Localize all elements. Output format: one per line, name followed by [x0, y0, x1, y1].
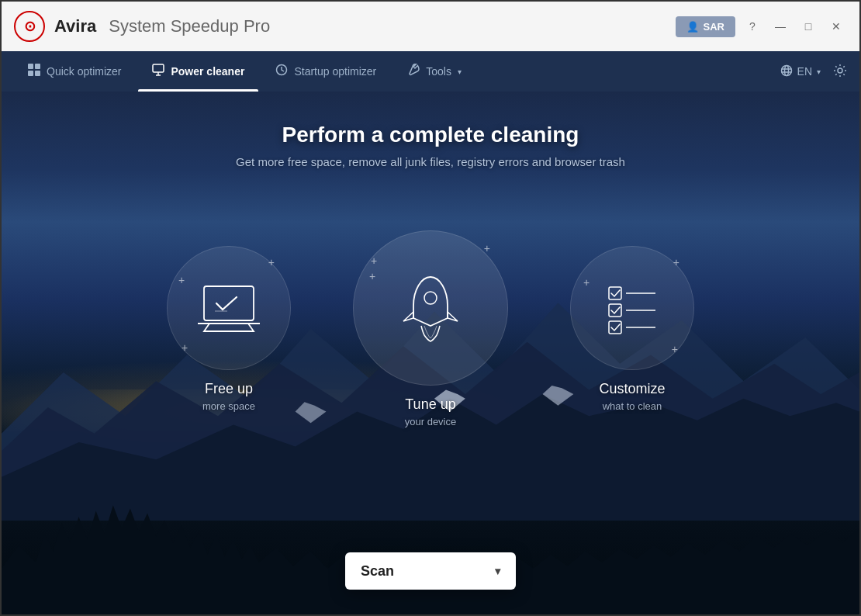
clock-icon: [275, 64, 288, 79]
quick-optimizer-label: Quick optimizer: [47, 65, 121, 78]
nav-right: EN ▾: [780, 51, 847, 92]
laptop-check-icon: [198, 283, 260, 334]
feature-customize[interactable]: + + +: [570, 246, 694, 412]
rocket-icon: [399, 273, 462, 343]
plus-decoration-3: +: [182, 341, 188, 354]
tools-label: Tools: [426, 65, 451, 78]
user-label: SAR: [704, 21, 724, 33]
plus-decoration-1: +: [268, 256, 275, 268]
avira-logo-icon: ⊙: [14, 11, 45, 42]
content-overlay: Perform a complete cleaning Get more fre…: [2, 92, 859, 614]
close-button[interactable]: ✕: [825, 16, 847, 37]
scan-section: Scan ▾: [345, 552, 516, 590]
nav-bar: Quick optimizer Power cleaner Startup o: [2, 51, 859, 92]
svg-point-8: [781, 65, 791, 75]
customize-subtitle: what to clean: [603, 400, 662, 412]
title-bar-left: ⊙ Avira System Speedup Pro: [14, 11, 270, 42]
title-bar-controls: 👤 SAR ? — □ ✕: [676, 16, 847, 37]
globe-icon: [780, 64, 793, 79]
tune-up-title: Tune up: [405, 396, 455, 413]
svg-rect-3: [35, 71, 40, 76]
nav-power-cleaner[interactable]: Power cleaner: [138, 51, 258, 92]
minimize-button[interactable]: —: [769, 16, 791, 37]
nav-startup-optimizer[interactable]: Startup optimizer: [261, 51, 390, 92]
nav-left: Quick optimizer Power cleaner Startup o: [14, 51, 475, 92]
settings-button[interactable]: [833, 64, 847, 80]
svg-point-12: [838, 68, 842, 73]
gear-icon: [833, 64, 847, 80]
svg-rect-2: [28, 71, 33, 76]
plus-decoration-9: +: [672, 343, 678, 355]
customize-icon-circle: + + +: [570, 246, 694, 370]
tune-up-subtitle: your device: [405, 416, 456, 427]
svg-point-22: [424, 292, 437, 304]
plus-decoration-5: +: [369, 270, 375, 282]
app-subtitle: System Speedup Pro: [109, 16, 270, 36]
monitor-icon: [152, 64, 164, 79]
free-up-subtitle: more space: [202, 400, 255, 412]
plus-decoration-8: +: [583, 276, 590, 289]
grid-icon: [28, 64, 40, 79]
header-section: Perform a complete cleaning Get more fre…: [236, 123, 625, 168]
app-name: Avira: [54, 16, 96, 36]
tools-chevron-icon: ▾: [458, 67, 462, 76]
scan-button[interactable]: Scan ▾: [345, 552, 516, 590]
main-heading: Perform a complete cleaning: [236, 123, 625, 147]
maximize-button[interactable]: □: [797, 16, 819, 37]
nav-tools[interactable]: Tools ▾: [393, 51, 475, 92]
free-up-title: Free up: [205, 381, 253, 397]
power-cleaner-label: Power cleaner: [171, 65, 244, 78]
scan-chevron-icon: ▾: [495, 565, 500, 577]
feature-tune-up[interactable]: + + +: [353, 230, 508, 427]
tune-up-icon-circle: + + +: [353, 230, 508, 386]
title-bar: ⊙ Avira System Speedup Pro 👤 SAR ? — □ ✕: [2, 2, 859, 51]
feature-free-up[interactable]: + + + Free up mo: [167, 246, 291, 412]
sub-heading: Get more free space, remove all junk fil…: [236, 155, 625, 168]
nav-quick-optimizer[interactable]: Quick optimizer: [14, 51, 135, 92]
wrench-icon: [407, 64, 420, 79]
plus-decoration-2: +: [178, 274, 185, 286]
svg-rect-4: [153, 64, 164, 72]
plus-decoration-6: +: [371, 254, 377, 267]
svg-rect-1: [35, 64, 40, 69]
features-section: + + + Free up mo: [167, 230, 694, 427]
free-up-icon-circle: + + +: [167, 246, 291, 370]
scan-button-label: Scan: [361, 563, 394, 580]
customize-title: Customize: [599, 381, 665, 397]
startup-optimizer-label: Startup optimizer: [294, 65, 376, 78]
checklist-icon: [601, 281, 663, 335]
language-chevron-icon: ▾: [817, 67, 821, 76]
help-button[interactable]: ?: [742, 16, 763, 37]
language-selector[interactable]: EN ▾: [780, 64, 821, 79]
svg-rect-0: [28, 64, 33, 69]
language-label: EN: [797, 65, 812, 78]
plus-decoration-7: +: [673, 256, 679, 268]
main-content: Perform a complete cleaning Get more fre…: [2, 92, 859, 614]
svg-point-9: [784, 65, 788, 75]
user-icon: 👤: [686, 21, 699, 33]
user-badge[interactable]: 👤 SAR: [676, 16, 735, 37]
plus-decoration-4: +: [484, 242, 490, 254]
